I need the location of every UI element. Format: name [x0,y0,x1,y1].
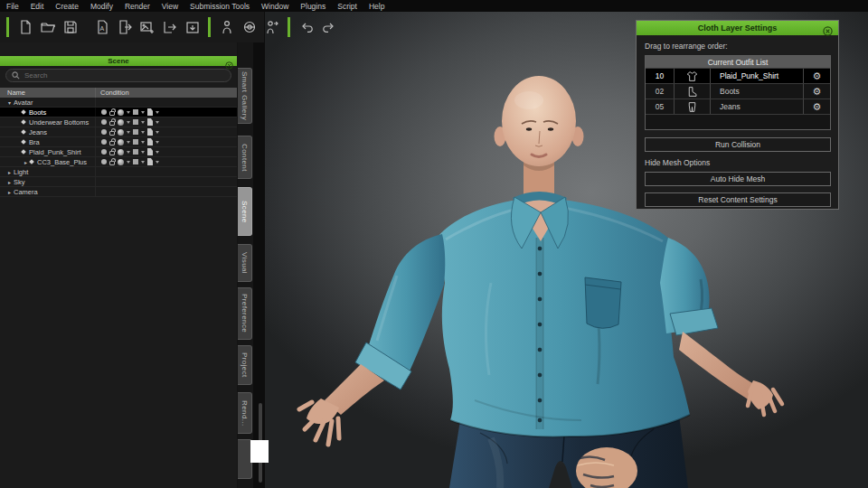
mesh-cube-icon[interactable] [133,139,138,145]
dropdown-caret-icon[interactable] [141,141,145,144]
scene-panel-close-icon[interactable] [225,57,233,65]
side-tab-content[interactable]: Content [238,136,252,179]
dropdown-caret-icon[interactable] [156,121,159,124]
camera-globe-icon[interactable] [238,16,260,38]
outfit-row-jeans[interactable]: 05Jeans⚙ [646,99,830,114]
menu-modify[interactable]: Modify [90,2,113,11]
tree-row-jeans[interactable]: Jeans [0,127,237,137]
lock-icon[interactable] [109,131,115,136]
dropdown-caret-icon[interactable] [127,151,130,154]
menu-render[interactable]: Render [125,2,150,11]
lock-icon[interactable] [109,151,115,155]
mesh-cube-icon[interactable] [133,149,138,155]
menu-help[interactable]: Help [369,2,384,11]
outfit-row-boots[interactable]: 02Boots⚙ [646,83,830,99]
side-tab-scene[interactable]: Scene [238,187,252,236]
gear-icon[interactable]: ⚙ [803,69,830,83]
search-box[interactable] [5,69,231,82]
menu-create[interactable]: Create [55,2,79,11]
expander-icon[interactable]: ▸ [5,189,14,195]
redo-icon[interactable] [317,16,340,38]
menu-plugins[interactable]: Plugins [300,2,326,11]
material-sphere-icon[interactable] [118,149,124,155]
dropdown-caret-icon[interactable] [156,161,159,164]
save-project-icon[interactable] [59,16,81,38]
new-project-icon[interactable] [14,16,36,38]
menu-script[interactable]: Script [337,2,357,11]
dropdown-caret-icon[interactable] [127,121,130,124]
visibility-icon[interactable] [101,139,107,145]
dropdown-caret-icon[interactable] [156,141,159,144]
mesh-cube-icon[interactable] [133,119,138,125]
dropdown-caret-icon[interactable] [156,111,159,114]
material-sphere-icon[interactable] [118,109,124,116]
import-document-icon[interactable]: A [90,16,113,38]
lock-icon[interactable] [109,161,115,165]
lock-icon[interactable] [109,121,115,126]
dropdown-caret-icon[interactable] [127,141,130,144]
dropdown-caret-icon[interactable] [141,121,145,124]
script-page-icon[interactable] [147,138,153,145]
gear-icon[interactable]: ⚙ [803,99,830,114]
material-sphere-icon[interactable] [118,119,124,126]
material-sphere-icon[interactable] [118,159,124,165]
mesh-cube-icon[interactable] [133,159,138,164]
side-tab-rend[interactable]: Rend... [238,392,252,434]
menu-window[interactable]: Window [261,2,288,11]
cloth-panel-close-icon[interactable] [823,23,833,33]
menu-edit[interactable]: Edit [31,2,44,11]
side-tab-preference[interactable]: Preference [238,287,252,340]
side-tab-project[interactable]: Project [238,345,252,385]
lock-icon[interactable] [109,141,115,145]
script-page-icon[interactable] [147,118,153,126]
mesh-cube-icon[interactable] [133,129,138,135]
tree-row-bra[interactable]: Bra [0,137,237,147]
character-icon[interactable] [215,16,238,38]
script-page-icon[interactable] [147,148,153,155]
script-page-icon[interactable] [147,128,153,136]
visibility-icon[interactable] [101,159,107,164]
pose-icon[interactable] [260,16,283,38]
undo-icon[interactable] [295,16,317,38]
auto-hide-mesh-button[interactable]: Auto Hide Mesh [645,172,831,186]
visibility-icon[interactable] [101,129,107,135]
visibility-icon[interactable] [101,109,107,115]
visibility-icon[interactable] [101,119,107,125]
run-collision-button[interactable]: Run Collision [645,137,831,152]
script-page-icon[interactable] [147,108,153,116]
tree-row-light[interactable]: ▸Light [0,167,237,177]
tree-row-boots[interactable]: Boots [0,108,237,117]
tree-row-cc3-base-plus[interactable]: ▸CC3_Base_Plus [0,157,237,167]
tree-row-sky[interactable]: ▸Sky [0,177,237,187]
dropdown-caret-icon[interactable] [141,111,145,114]
tree-row-underwear-bottoms[interactable]: Underwear Bottoms [0,117,237,127]
tree-row-camera[interactable]: ▸Camera [0,187,237,197]
search-input[interactable] [24,71,225,80]
menu-view[interactable]: View [162,2,178,11]
side-tab-visual[interactable]: Visual [238,244,252,282]
gear-icon[interactable]: ⚙ [803,84,830,99]
visibility-icon[interactable] [101,149,107,155]
outfit-row-plaid-punk-shirt[interactable]: 10Plaid_Punk_Shirt⚙ [646,68,830,83]
open-project-icon[interactable] [36,16,59,38]
lock-icon[interactable] [109,111,115,116]
script-page-icon[interactable] [147,158,153,165]
dropdown-caret-icon[interactable] [141,161,145,164]
export-document-icon[interactable] [113,16,136,38]
expander-icon[interactable]: ▸ [5,179,14,185]
material-sphere-icon[interactable] [118,129,124,136]
export-icon[interactable] [158,16,181,38]
image-export-icon[interactable] [136,16,158,38]
dropdown-caret-icon[interactable] [156,131,159,134]
menu-submission-tools[interactable]: Submission Tools [190,2,250,11]
content-pack-icon[interactable] [181,16,203,38]
material-sphere-icon[interactable] [118,139,124,145]
dropdown-caret-icon[interactable] [127,161,130,164]
expander-icon[interactable]: ▾ [5,99,14,106]
dropdown-caret-icon[interactable] [156,151,159,154]
dropdown-caret-icon[interactable] [141,151,145,154]
dropdown-caret-icon[interactable] [127,131,130,134]
reset-content-settings-button[interactable]: Reset Content Settings [645,192,831,207]
menu-file[interactable]: File [6,2,19,11]
tree-row-avatar[interactable]: ▾Avatar [0,98,237,108]
